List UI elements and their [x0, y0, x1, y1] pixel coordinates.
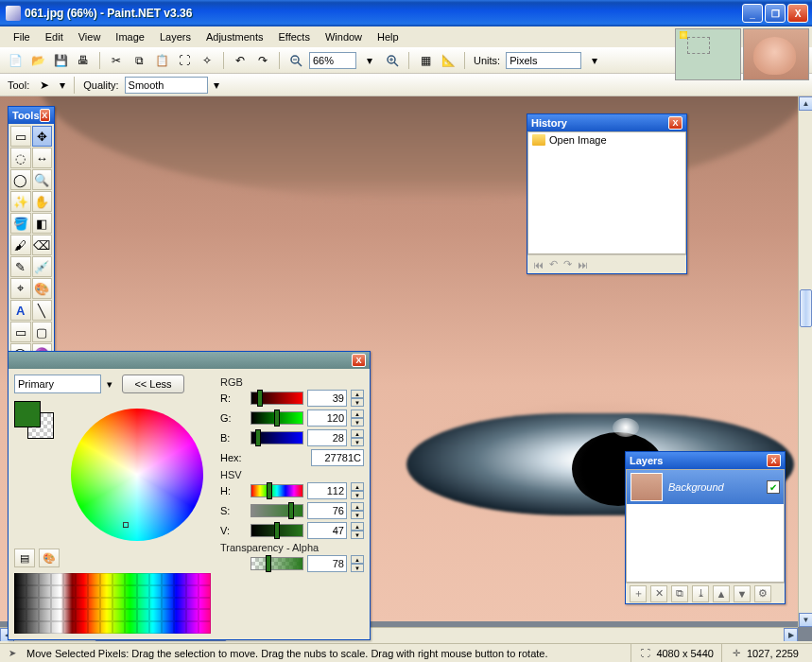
new-file-icon[interactable]: 📄: [6, 51, 25, 70]
menu-help[interactable]: Help: [370, 29, 406, 44]
g-slider[interactable]: [251, 411, 303, 425]
minimize-button[interactable]: _: [742, 4, 763, 23]
color-wheel-marker-icon[interactable]: [123, 522, 129, 528]
palette-manage-icon[interactable]: 🎨: [39, 549, 60, 567]
layer-item[interactable]: Background ✔: [627, 470, 784, 504]
palette-cell[interactable]: [88, 621, 100, 634]
palette-cell[interactable]: [63, 609, 76, 621]
palette-cell[interactable]: [137, 621, 149, 634]
v-slider[interactable]: [251, 524, 303, 537]
palette-cell[interactable]: [186, 609, 199, 621]
history-rewind-icon[interactable]: ⏮: [533, 259, 544, 270]
close-button[interactable]: X: [787, 4, 808, 23]
palette-cell[interactable]: [100, 609, 112, 621]
layers-list[interactable]: Background ✔: [626, 469, 785, 583]
palette-cell[interactable]: [125, 621, 137, 634]
palette-cell[interactable]: [162, 573, 174, 585]
palette-cell[interactable]: [76, 585, 88, 598]
palette-cell[interactable]: [137, 598, 149, 610]
palette-cell[interactable]: [88, 609, 100, 621]
scroll-thumb-v[interactable]: [800, 289, 812, 327]
palette-cell[interactable]: [174, 598, 186, 610]
deselect-icon[interactable]: ✧: [198, 51, 216, 70]
text-tool-icon[interactable]: A: [10, 300, 31, 321]
history-item[interactable]: Open Image: [528, 132, 685, 148]
palette-cell[interactable]: [149, 609, 162, 621]
palette-cell[interactable]: [14, 598, 26, 610]
palette-cell[interactable]: [39, 621, 51, 634]
quality-select[interactable]: [125, 77, 208, 94]
units-select[interactable]: [506, 52, 581, 69]
add-color-icon[interactable]: ▤: [14, 549, 35, 567]
clone-tool-icon[interactable]: ⌖: [10, 278, 31, 299]
tools-panel-close-icon[interactable]: X: [40, 109, 50, 122]
r-slider[interactable]: [251, 392, 303, 405]
palette-cell[interactable]: [26, 598, 39, 610]
g-spinner[interactable]: ▲▼: [351, 409, 364, 427]
palette-cell[interactable]: [63, 598, 76, 610]
history-panel-close-icon[interactable]: X: [668, 116, 682, 130]
open-file-icon[interactable]: 📂: [28, 51, 47, 70]
g-input[interactable]: [307, 409, 347, 427]
palette-cell[interactable]: [149, 621, 162, 634]
merge-down-icon[interactable]: ⤓: [692, 585, 709, 602]
copy-icon[interactable]: ⧉: [130, 51, 148, 70]
line-tool-icon[interactable]: ╲: [32, 300, 53, 321]
palette-cell[interactable]: [76, 609, 88, 621]
color-palette[interactable]: [14, 573, 211, 634]
lasso-tool-icon[interactable]: ◌: [10, 148, 31, 168]
palette-cell[interactable]: [186, 585, 199, 598]
color-picker-tool-icon[interactable]: 💉: [32, 256, 53, 277]
zoom-in-icon[interactable]: [383, 51, 402, 70]
move-tool-icon[interactable]: ✥: [32, 126, 53, 147]
layer-visibility-checkbox[interactable]: ✔: [767, 480, 780, 494]
current-tool-icon[interactable]: ➤: [35, 76, 54, 95]
move-down-icon[interactable]: ▼: [734, 585, 751, 602]
palette-cell[interactable]: [112, 621, 125, 634]
delete-layer-icon[interactable]: ✕: [650, 585, 667, 602]
scroll-down-icon[interactable]: ▼: [799, 613, 812, 627]
menu-layers[interactable]: Layers: [152, 29, 199, 44]
s-slider[interactable]: [251, 504, 303, 517]
paste-icon[interactable]: 📋: [152, 51, 171, 70]
palette-cell[interactable]: [39, 598, 51, 610]
v-input[interactable]: [307, 522, 347, 539]
palette-cell[interactable]: [125, 598, 137, 610]
palette-cell[interactable]: [174, 573, 186, 585]
grid-icon[interactable]: ▦: [416, 51, 435, 70]
menu-window[interactable]: Window: [318, 29, 370, 44]
palette-cell[interactable]: [88, 598, 100, 610]
palette-cell[interactable]: [186, 621, 199, 634]
palette-cell[interactable]: [199, 598, 211, 610]
palette-cell[interactable]: [14, 585, 26, 598]
rectangle-tool-icon[interactable]: ▭: [10, 322, 31, 342]
b-slider[interactable]: [251, 431, 303, 444]
ellipse-select-tool-icon[interactable]: ◯: [10, 169, 31, 190]
zoom-dropdown-icon[interactable]: ▾: [360, 51, 379, 70]
menu-edit[interactable]: Edit: [38, 29, 71, 44]
menu-view[interactable]: View: [71, 29, 109, 44]
palette-cell[interactable]: [186, 598, 199, 610]
palette-cell[interactable]: [51, 621, 63, 634]
pencil-tool-icon[interactable]: ✎: [10, 256, 31, 277]
palette-cell[interactable]: [14, 621, 26, 634]
palette-cell[interactable]: [112, 585, 125, 598]
brush-tool-icon[interactable]: 🖌: [10, 235, 31, 255]
palette-cell[interactable]: [51, 573, 63, 585]
primary-color-swatch[interactable]: [14, 401, 41, 427]
palette-cell[interactable]: [51, 585, 63, 598]
palette-cell[interactable]: [162, 598, 174, 610]
ruler-icon[interactable]: 📐: [439, 51, 458, 70]
zoom-input[interactable]: [309, 52, 356, 69]
palette-cell[interactable]: [14, 573, 26, 585]
palette-cell[interactable]: [76, 621, 88, 634]
scroll-right-icon[interactable]: ▶: [784, 628, 798, 641]
image-thumbnail-1[interactable]: [675, 28, 741, 80]
vertical-scrollbar[interactable]: ▲ ▼: [798, 96, 812, 627]
palette-cell[interactable]: [26, 585, 39, 598]
cut-icon[interactable]: ✂: [107, 51, 126, 70]
palette-cell[interactable]: [51, 598, 63, 610]
palette-cell[interactable]: [63, 573, 76, 585]
menu-image[interactable]: Image: [108, 29, 152, 44]
palette-cell[interactable]: [125, 573, 137, 585]
